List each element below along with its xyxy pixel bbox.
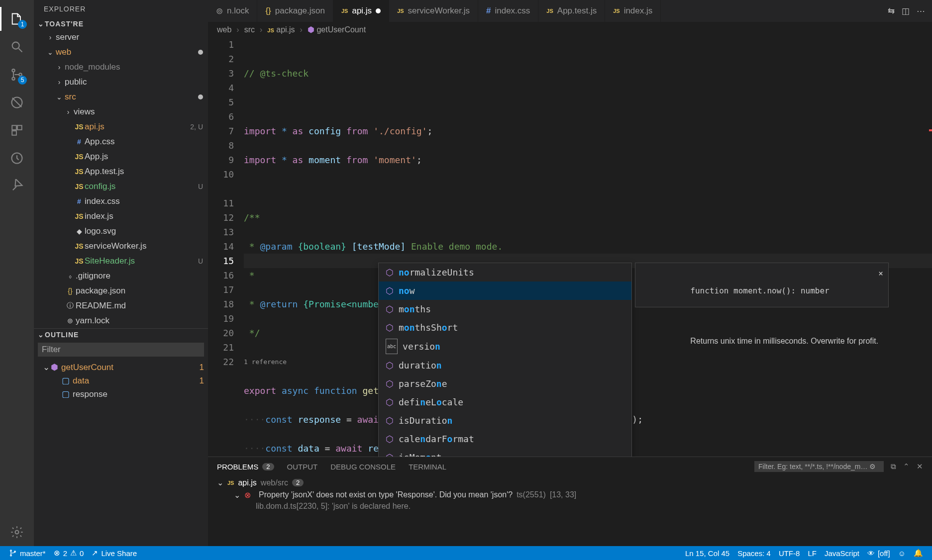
editor-tabs: ⊚n.lock{}package.jsonJSapi.jsJSserviceWo… (208, 0, 932, 22)
tree-row[interactable]: ⓘREADME.md (34, 298, 208, 313)
tree-row[interactable]: ⊚yarn.lock (34, 313, 208, 328)
tree-row[interactable]: ›server (34, 30, 208, 45)
tab[interactable]: JSapi.js (333, 0, 389, 22)
svg-rect-6 (17, 125, 22, 130)
panel-tab[interactable]: OUTPUT (287, 463, 318, 471)
outline-row[interactable]: ⌄⬢getUserCount1 (38, 361, 204, 374)
js-icon: JS (227, 480, 234, 486)
error-icon: ⊗ (244, 490, 251, 500)
problems-body[interactable]: ⌄ JS api.js web/src 2 ⌄ ⊗ Property 'json… (208, 476, 932, 513)
suggest-item[interactable]: ⬡monthsShort (379, 318, 631, 337)
outline-row[interactable]: ▢data1 (38, 374, 204, 387)
panel-tab[interactable]: TERMINAL (409, 463, 446, 471)
status-errors[interactable]: ⊗ 2 ⚠ 0 (50, 549, 88, 558)
status-liveshare[interactable]: ↗ Live Share (88, 549, 141, 558)
activity-search[interactable] (5, 35, 29, 59)
tab[interactable]: #index.css (478, 0, 538, 22)
suggest-item[interactable]: ⬡now (379, 281, 631, 300)
chevron-down-icon: ⌄ (217, 478, 223, 487)
tab[interactable]: JSserviceWorker.js (389, 0, 478, 22)
status-branch[interactable]: master* (5, 549, 50, 558)
suggest-widget[interactable]: ⬡normalizeUnits⬡now⬡months⬡monthsShortab… (378, 263, 632, 457)
suggest-item[interactable]: ⬡isMoment (379, 448, 631, 457)
tree-row[interactable]: {}package.json (34, 283, 208, 298)
activity-debug[interactable] (5, 91, 29, 114)
status-bar: master* ⊗ 2 ⚠ 0 ↗ Live Share Ln 15, Col … (0, 546, 932, 560)
suggest-item[interactable]: ⬡defineLocale (379, 393, 631, 411)
tree-row[interactable]: JSApp.js (34, 149, 208, 164)
close-icon[interactable]: ✕ (917, 462, 923, 471)
tree-row[interactable]: ◆logo.svg (34, 224, 208, 239)
chevron-down-icon: ⌄ (234, 490, 240, 500)
problems-filter[interactable]: Filter. Eg: text, **/*.ts, !**/node_m… ⚙ (754, 461, 884, 472)
suggest-item[interactable]: ⬡months (379, 300, 631, 318)
status-ln[interactable]: Ln 15, Col 45 (681, 549, 733, 558)
code-content[interactable]: // @ts-check import * as config from './… (244, 37, 932, 457)
status-lang[interactable]: JavaScript (821, 549, 863, 558)
tree-row[interactable]: JSindex.js (34, 209, 208, 224)
status-spaces[interactable]: Spaces: 4 (733, 549, 775, 558)
tree-row[interactable]: JSconfig.jsU (34, 179, 208, 194)
suggest-item[interactable]: ⬡parseZone (379, 374, 631, 393)
svg-point-11 (10, 555, 12, 556)
suggest-item[interactable]: ⬡isDuration (379, 411, 631, 430)
breadcrumb[interactable]: web›src›JS api.js›⬢ getUserCount (208, 22, 932, 37)
tree-row[interactable]: #App.css (34, 134, 208, 149)
tree-row[interactable]: #index.css (34, 194, 208, 209)
suggest-item[interactable]: ⬡calendarFormat (379, 430, 631, 448)
tab[interactable]: ⊚n.lock (208, 0, 257, 22)
activity-history[interactable] (5, 146, 29, 170)
svg-point-1 (12, 69, 14, 72)
status-feedback[interactable]: ☺ (894, 549, 910, 558)
scm-badge: 5 (18, 76, 27, 85)
panel-tab[interactable]: DEBUG CONSOLE (330, 463, 396, 471)
tree-row[interactable]: JSserviceWorker.js (34, 239, 208, 254)
svg-rect-5 (12, 125, 16, 130)
activity-explorer[interactable]: 1 (5, 7, 29, 31)
tree-row[interactable]: ›views (34, 104, 208, 119)
more-icon[interactable]: ⋯ (917, 6, 925, 16)
tree-row[interactable]: JSapi.js2, U (34, 119, 208, 134)
split-icon[interactable]: ◫ (902, 6, 910, 16)
panel-tab[interactable]: PROBLEMS 2 (217, 463, 274, 471)
tab[interactable]: JSApp.test.js (538, 0, 605, 22)
chevron-up-icon[interactable]: ⌃ (903, 462, 910, 471)
compare-icon[interactable]: ⇆ (888, 6, 895, 16)
tree-row[interactable]: ⬨.gitignore (34, 269, 208, 283)
outline-tree: ⌄⬢getUserCount1▢data1▢response (34, 359, 208, 403)
status-eol[interactable]: LF (804, 549, 821, 558)
svg-point-10 (10, 550, 12, 552)
activity-scm[interactable]: 5 (5, 63, 29, 87)
tree-row[interactable]: ⌄web (34, 45, 208, 60)
outline-row[interactable]: ▢response (38, 387, 204, 401)
tree-row[interactable]: ›node_modules (34, 60, 208, 75)
tree-row[interactable]: JSApp.test.js (34, 164, 208, 179)
tree-row[interactable]: ⌄src (34, 90, 208, 104)
tree-row[interactable]: JSSiteHeader.jsU (34, 254, 208, 269)
sidebar: EXPLORER ⌄ TOAST'RE ›server⌄web›node_mod… (34, 0, 208, 546)
activity-share[interactable] (5, 174, 29, 198)
activity-bar: 1 5 (0, 0, 34, 546)
outline-filter[interactable]: Filter (38, 343, 204, 357)
files-badge: 1 (18, 20, 27, 29)
file-tree: ›server⌄web›node_modules›public⌄src›view… (34, 30, 208, 328)
status-bell[interactable]: 🔔 (910, 549, 927, 558)
suggest-item[interactable]: ⬡normalizeUnits (379, 263, 631, 281)
bottom-panel: PROBLEMS 2OUTPUTDEBUG CONSOLETERMINALFil… (208, 457, 932, 546)
tab[interactable]: JSindex.js (605, 0, 661, 22)
status-ts[interactable]: 👁 [off] (863, 549, 894, 558)
editor-body[interactable]: 12345678910 111213141516171819202122 // … (208, 37, 932, 457)
suggest-item[interactable]: abcversion (379, 337, 631, 356)
tree-row[interactable]: ›public (34, 75, 208, 90)
suggest-item[interactable]: ⬡duration (379, 356, 631, 374)
status-encoding[interactable]: UTF-8 (775, 549, 804, 558)
activity-extensions[interactable] (5, 118, 29, 142)
suggest-tooltip: function moment.now(): number Returns un… (635, 263, 889, 307)
section-project[interactable]: ⌄ TOAST'RE (34, 18, 208, 30)
svg-point-9 (15, 531, 19, 534)
activity-settings[interactable] (5, 520, 29, 544)
close-icon[interactable]: × (878, 266, 883, 280)
tab[interactable]: {}package.json (257, 0, 333, 22)
section-outline[interactable]: ⌄ OUTLINE (34, 329, 208, 341)
collapse-icon[interactable]: ⧉ (891, 462, 896, 471)
